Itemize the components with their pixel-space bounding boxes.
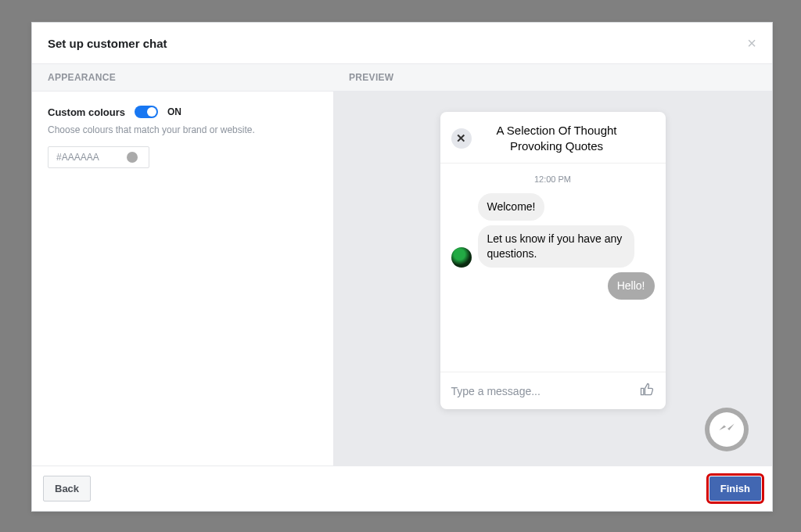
modal-footer: Back Finish xyxy=(32,466,772,511)
message-bubble-sent: Hello! xyxy=(608,272,655,300)
messenger-icon xyxy=(709,412,744,447)
chat-header: ✕ A Selection Of Thought Provoking Quote… xyxy=(440,112,666,164)
chat-input-bar[interactable]: Type a message... xyxy=(440,372,666,409)
chat-title: A Selection Of Thought Provoking Quotes xyxy=(480,123,655,153)
modal-body: Custom colours ON Choose colours that ma… xyxy=(32,92,772,466)
columns-header: APPEARANCE PREVIEW xyxy=(32,64,772,92)
thumbs-up-icon[interactable] xyxy=(639,382,655,400)
toggle-state-label: ON xyxy=(167,106,181,117)
chat-body: 12:00 PM Welcome! Let us know if you hav… xyxy=(440,164,666,372)
appearance-panel: Custom colours ON Choose colours that ma… xyxy=(32,92,333,466)
message-row-sent: Hello! xyxy=(451,272,655,300)
colour-hex-input[interactable] xyxy=(56,152,119,163)
message-row: Let us know if you have any questions. xyxy=(451,225,655,268)
chat-preview-card: ✕ A Selection Of Thought Provoking Quote… xyxy=(440,112,666,409)
colour-input-wrapper[interactable] xyxy=(48,146,149,168)
finish-button[interactable]: Finish xyxy=(709,476,761,501)
modal-header: Set up customer chat × xyxy=(32,23,772,64)
chat-timestamp: 12:00 PM xyxy=(451,174,655,184)
modal-title: Set up customer chat xyxy=(48,37,167,50)
preview-panel: ✕ A Selection Of Thought Provoking Quote… xyxy=(333,92,772,466)
colour-swatch[interactable] xyxy=(127,152,138,163)
message-bubble: Let us know if you have any questions. xyxy=(478,225,634,268)
back-button[interactable]: Back xyxy=(43,476,91,501)
chat-close-icon[interactable]: ✕ xyxy=(451,128,472,149)
close-icon[interactable]: × xyxy=(747,35,756,51)
custom-colours-hint: Choose colours that match your brand or … xyxy=(48,124,318,135)
preview-header: PREVIEW xyxy=(333,64,772,91)
chat-input-placeholder: Type a message... xyxy=(451,385,541,397)
message-row: Welcome! xyxy=(451,193,655,221)
custom-colours-row: Custom colours ON xyxy=(48,106,318,118)
message-bubble: Welcome! xyxy=(478,193,545,221)
setup-modal: Set up customer chat × APPEARANCE PREVIE… xyxy=(31,22,773,512)
custom-colours-label: Custom colours xyxy=(48,106,125,118)
toggle-knob xyxy=(147,107,156,117)
avatar xyxy=(451,247,472,268)
appearance-header: APPEARANCE xyxy=(32,64,333,91)
messenger-fab[interactable] xyxy=(705,408,749,451)
custom-colours-toggle[interactable] xyxy=(135,106,158,118)
